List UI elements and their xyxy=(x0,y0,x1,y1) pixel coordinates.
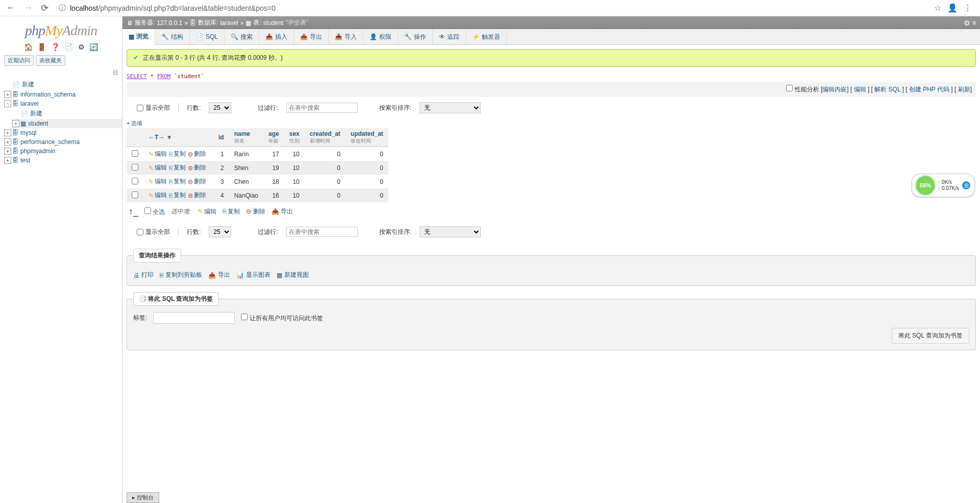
tab-3[interactable]: 🔍搜索 xyxy=(225,29,259,44)
tab-4[interactable]: 📥插入 xyxy=(259,29,294,44)
row-delete[interactable]: ⊖ 删除 xyxy=(188,150,206,158)
row-copy[interactable]: ⎘ 复制 xyxy=(169,163,186,172)
speed-more-icon[interactable]: ☰ xyxy=(962,181,970,189)
bulk-delete[interactable]: ⊖ 删除 xyxy=(246,207,265,216)
row-copy[interactable]: ⎘ 复制 xyxy=(169,191,186,200)
breadcrumb-server[interactable]: 127.0.0.1 xyxy=(157,19,182,27)
col-updated_at[interactable]: updated_at修改时间 xyxy=(346,128,388,147)
bulk-copy[interactable]: ⎘ 复制 xyxy=(223,207,240,216)
row-checkbox[interactable] xyxy=(132,164,138,171)
refresh-link[interactable]: 刷新 xyxy=(958,86,970,93)
print-link[interactable]: 🖨 打印 xyxy=(133,271,154,279)
profile-icon[interactable]: 👤 xyxy=(947,3,958,13)
row-edit[interactable]: ✎ 编辑 xyxy=(149,177,167,186)
filter-input[interactable] xyxy=(286,103,358,113)
breadcrumb-table[interactable]: student xyxy=(263,19,283,27)
copy-clipboard-link[interactable]: ⎘ 复制到剪贴板 xyxy=(160,271,202,279)
row-edit[interactable]: ✎ 编辑 xyxy=(149,150,167,158)
select-all-checkbox[interactable] xyxy=(144,207,151,214)
docs-icon[interactable]: ❓ xyxy=(51,43,60,51)
reload-tree-icon[interactable]: 🔄 xyxy=(89,43,98,51)
row-delete[interactable]: ⊖ 删除 xyxy=(188,177,206,186)
db-mysql[interactable]: +🗄mysql xyxy=(4,128,122,137)
toggle-icon[interactable]: − xyxy=(4,100,11,107)
tab-10[interactable]: ⚡触发器 xyxy=(466,29,507,44)
row-checkbox[interactable] xyxy=(132,178,138,184)
logout-icon[interactable]: 🚪 xyxy=(37,43,46,51)
col-id[interactable]: id xyxy=(213,128,229,147)
col-age[interactable]: age年龄 xyxy=(263,128,284,147)
rows-select-2[interactable]: 25 xyxy=(209,226,231,237)
row-edit[interactable]: ✎ 编辑 xyxy=(149,163,167,172)
sort-select[interactable]: 无 xyxy=(420,102,481,113)
sql-icon[interactable]: 📄 xyxy=(64,43,73,51)
bookmark-share-checkbox[interactable] xyxy=(241,314,248,320)
favorites-tab[interactable]: 表收藏夹 xyxy=(36,55,65,66)
bulk-export[interactable]: 📤 导出 xyxy=(272,207,293,216)
tab-0[interactable]: ▦浏览 xyxy=(122,29,155,45)
db-performance_schema[interactable]: +🗄performance_schema xyxy=(4,137,122,147)
collapse-icon[interactable]: ⊟ xyxy=(0,68,122,77)
bookmark-button[interactable]: 将此 SQL 查询加为书签 xyxy=(892,328,969,344)
db-laravel[interactable]: −🗄laravel xyxy=(4,99,122,108)
url-bar[interactable]: ⓘ localhost/phpmyadmin/sql.php?db=larave… xyxy=(55,4,930,13)
toggle-icon[interactable]: + xyxy=(4,157,11,164)
toggle-icon[interactable]: + xyxy=(4,91,11,98)
explain-link[interactable]: 解析 SQL xyxy=(874,86,900,93)
settings-icon[interactable]: ⚙ xyxy=(78,43,85,51)
db-information_schema[interactable]: +🗄information_schema xyxy=(4,90,122,99)
show-all-checkbox-2[interactable] xyxy=(137,229,143,235)
tab-8[interactable]: 🔧操作 xyxy=(398,29,433,44)
db-test[interactable]: +🗄test xyxy=(4,156,122,165)
col-created_at[interactable]: created_at新增时间 xyxy=(305,128,346,147)
export-link[interactable]: 📤 导出 xyxy=(208,271,230,279)
toggle-icon[interactable]: + xyxy=(12,120,19,127)
col-name[interactable]: name姓名 xyxy=(229,128,263,147)
db-phpmyadmin[interactable]: +🗄phpmyadmin xyxy=(4,147,122,156)
tab-7[interactable]: 👤权限 xyxy=(363,29,398,44)
page-settings-icon[interactable]: ⚙ xyxy=(964,19,970,27)
row-copy[interactable]: ⎘ 复制 xyxy=(169,150,186,158)
star-icon[interactable]: ☆ xyxy=(934,3,941,13)
home-icon[interactable]: 🏠 xyxy=(24,43,33,51)
toggle-icon[interactable]: + xyxy=(4,129,11,136)
new-table[interactable]: 📄新建 xyxy=(12,108,122,119)
row-delete[interactable]: ⊖ 删除 xyxy=(188,163,206,172)
filter-input-2[interactable] xyxy=(286,227,358,237)
sort-arrows[interactable]: ←T→ ▼ xyxy=(143,128,213,147)
tab-5[interactable]: 📤导出 xyxy=(294,29,329,44)
info-icon[interactable]: ⓘ xyxy=(59,4,66,13)
breadcrumb-db[interactable]: laravel xyxy=(220,19,238,27)
menu-icon[interactable]: ⋮ xyxy=(964,3,972,13)
tab-9[interactable]: 👁追踪 xyxy=(433,29,466,44)
row-checkbox[interactable] xyxy=(132,150,138,157)
tab-2[interactable]: 📄SQL xyxy=(190,29,225,44)
recent-tab[interactable]: 近期访问 xyxy=(4,55,34,66)
back-button[interactable]: ← xyxy=(4,3,17,13)
create-view-link[interactable]: ▦ 新建视图 xyxy=(277,271,309,279)
row-delete[interactable]: ⊖ 删除 xyxy=(188,191,206,200)
bulk-edit[interactable]: ✎ 编辑 xyxy=(198,207,216,216)
col-sex[interactable]: sex性别 xyxy=(284,128,305,147)
logo[interactable]: phpMyAdmin xyxy=(0,16,122,41)
chart-link[interactable]: 📊 显示图表 xyxy=(236,271,271,279)
console-button[interactable]: ▸ 控制台 xyxy=(127,492,159,503)
profiling-checkbox[interactable] xyxy=(786,85,793,91)
collapse-breadcrumb-icon[interactable]: ≡ xyxy=(972,19,976,27)
toggle-icon[interactable]: + xyxy=(4,148,11,155)
table-student[interactable]: +▦student xyxy=(12,119,122,128)
tab-1[interactable]: 🔧结构 xyxy=(155,29,190,44)
rows-select[interactable]: 25 xyxy=(209,102,231,113)
tab-6[interactable]: 📥导入 xyxy=(329,29,363,44)
edit-inline-link[interactable]: 编辑内嵌 xyxy=(822,86,847,93)
php-link[interactable]: 创建 PHP 代码 xyxy=(909,86,949,93)
row-edit[interactable]: ✎ 编辑 xyxy=(149,191,167,200)
speed-widget[interactable]: 56% ↑ 0K/s ↓ 0.07K/s ☰ xyxy=(912,174,975,197)
reload-button[interactable]: ⟳ xyxy=(39,3,51,14)
new-db[interactable]: 📄新建 xyxy=(4,79,122,90)
edit-link[interactable]: 编辑 xyxy=(854,86,866,93)
options-link[interactable]: + 选项 xyxy=(127,118,976,128)
forward-button[interactable]: → xyxy=(21,3,35,13)
sort-select-2[interactable]: 无 xyxy=(420,226,481,237)
bookmark-label-input[interactable] xyxy=(153,312,235,324)
